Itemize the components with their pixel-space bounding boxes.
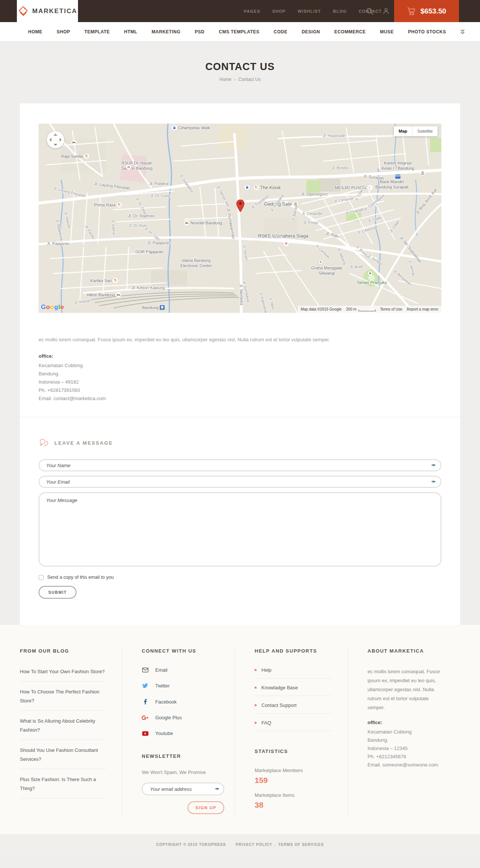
header-nav-pages[interactable]: PAGES	[244, 9, 260, 13]
nav-item-marketing[interactable]: MARKETING	[152, 29, 180, 34]
newsletter-email-input[interactable]	[142, 783, 224, 795]
bullet-icon	[255, 704, 256, 706]
map-view-button[interactable]: Map	[394, 126, 412, 136]
terms-of-services-link[interactable]: TERMS OF SERVICES	[278, 843, 324, 847]
social-label: Facebook	[155, 699, 177, 705]
social-link-gplus[interactable]: Google Plus	[142, 715, 219, 720]
footer-blog-link[interactable]: Should You Use Fashion Consultant Servic…	[20, 746, 106, 769]
nav-item-design[interactable]: DESIGN	[302, 29, 320, 34]
message-textarea[interactable]	[39, 492, 441, 566]
help-link-contact-support[interactable]: Contact Support	[255, 702, 332, 714]
bed-map-icon	[116, 292, 121, 298]
mosque-map-icon: ☾	[368, 185, 373, 191]
footer-blog-link[interactable]: Plus Size Fashion: Is There Such a Thing…	[20, 775, 106, 798]
map-label-taman-pramuka: Taman Pramuka	[357, 280, 387, 285]
social-label: Twitter	[155, 683, 170, 689]
page-title: CONTACT US	[0, 61, 480, 73]
social-link-youtube[interactable]: Youtube	[142, 731, 219, 736]
bullet-icon	[255, 669, 256, 671]
footer-blog-link[interactable]: What is So Alluring About Celebrity Fash…	[20, 717, 106, 740]
nav-item-home[interactable]: HOME	[28, 29, 42, 34]
social-link-email[interactable]: Email	[142, 667, 219, 673]
map-pan-control[interactable]	[47, 131, 64, 148]
office-line: Indonesia – 12345	[368, 744, 444, 753]
pan-down-icon[interactable]	[54, 144, 57, 146]
map-label-bank-mandiri-bandung-surapati: Bank MandiriBandung Surapati	[375, 179, 408, 190]
logo[interactable]: MARKETICA	[17, 0, 78, 22]
pen-icon: ✒	[431, 478, 436, 485]
social-link-twitter[interactable]: Twitter	[142, 683, 219, 689]
google-map[interactable]: Raja SundaJl. Layang PasupatiRSUP Dr. Ha…	[39, 124, 441, 313]
sq-map-icon	[319, 259, 323, 266]
map-label-jl-diponegoro: Jl. Diponegoro	[301, 192, 328, 196]
help-link-faq[interactable]: FAQ	[255, 720, 332, 731]
submit-button[interactable]: SUBMIT	[39, 586, 76, 599]
google-logo[interactable]: Google	[41, 303, 64, 311]
office-line: Ph. +62817391083	[39, 386, 441, 394]
breadcrumb-home[interactable]: Home	[219, 77, 231, 82]
facebook-icon	[142, 699, 148, 705]
items-label: Marketplace Items	[255, 792, 332, 798]
nav-item-photo-stocks[interactable]: PHOTO STOCKS	[408, 29, 446, 34]
statistics-heading: STATISTICS	[255, 748, 332, 754]
newsletter-tagline: We Won't Spam, We Promise	[142, 769, 219, 775]
nav-item-html[interactable]: HTML	[124, 29, 137, 34]
about-paragraph: ec mollis lorem consequat. Fusce ipsum e…	[368, 667, 444, 712]
map-label-jl-bondol: Jl. Bondol	[332, 166, 348, 170]
pan-up-icon[interactable]	[54, 134, 57, 136]
nav-item-muse[interactable]: MUSE	[380, 29, 394, 34]
search-icon[interactable]	[366, 7, 374, 15]
user-account-icon[interactable]	[382, 7, 390, 15]
brand-name: MARKETICA	[32, 7, 77, 15]
name-input[interactable]	[39, 459, 441, 471]
bed-map-icon	[71, 140, 76, 146]
privacy-policy-link[interactable]: PRIVACY POLICY	[236, 843, 272, 847]
header-nav-blog[interactable]: BLOG	[333, 9, 347, 13]
items-count: 38	[255, 801, 332, 810]
terms-of-use-link[interactable]: Terms of Use	[380, 307, 402, 311]
nav-item-code[interactable]: CODE	[274, 29, 288, 34]
social-link-facebook[interactable]: Facebook	[142, 699, 219, 705]
footer-blog-link[interactable]: How To Start Your Own Fashion Store?	[20, 667, 106, 681]
map-label-graha-manggala-siliwangi: Graha ManggalaSiliwangi	[311, 265, 342, 276]
nav-item-cms-templates[interactable]: CMS TEMPLATES	[219, 29, 259, 34]
map-marker-pin[interactable]	[236, 200, 244, 214]
send-copy-checkbox[interactable]	[39, 575, 44, 580]
nav-item-template[interactable]: TEMPLATE	[84, 29, 110, 34]
header-nav-shop[interactable]: SHOP	[272, 9, 286, 13]
pen-icon: ✒	[431, 462, 436, 469]
nav-item-ecommerce[interactable]: ECOMMERCE	[334, 29, 366, 34]
pan-right-icon[interactable]	[60, 138, 62, 142]
help-label: Knowladge Base	[261, 685, 298, 690]
cart-button[interactable]: $653.50	[394, 0, 459, 22]
map-label-cihampelas-walk: Cihampelas Walk	[171, 125, 210, 131]
chevron-down-icon[interactable]	[460, 29, 465, 34]
breadcrumb-separator: ›	[234, 77, 236, 82]
map-label-bandung: Bandung	[142, 305, 166, 311]
satellite-view-button[interactable]: Satellite	[412, 126, 438, 136]
email-input[interactable]	[39, 476, 441, 488]
fork-map-icon	[254, 185, 259, 191]
map-label-jl-pajajaran: Jl. Pajajaran	[147, 241, 170, 245]
footer-connect-column: CONNECT WITH US EmailTwitterFacebookGoog…	[122, 648, 235, 817]
nav-item-shop[interactable]: SHOP	[57, 29, 70, 34]
map-label-istana-bandung-electronic-center: Istana BandungElectronic Center	[180, 258, 212, 268]
help-link-knowladge-base[interactable]: Knowladge Base	[255, 685, 332, 696]
signup-button[interactable]: SIGN UP	[188, 801, 224, 814]
report-map-error-link[interactable]: Report a map error	[407, 307, 438, 311]
svg-text:H: H	[128, 165, 130, 169]
map-label-jl-pasteur: Jl. Pasteur	[149, 181, 169, 186]
office-line: Kecamatan Coblong	[39, 362, 441, 370]
train-map-icon	[160, 305, 165, 311]
map-label-jl-pajajaran: Jl. Pajajaran	[47, 241, 70, 246]
map-label-jl-aceh: Jl. Aceh	[268, 235, 281, 239]
help-link-help[interactable]: Help	[255, 667, 332, 678]
header-nav-wishlist[interactable]: WISHLIST	[298, 9, 321, 13]
footer-blog-link[interactable]: How To Choose The Perfect Fashion Store?	[20, 687, 106, 711]
bank-map-icon	[420, 170, 425, 177]
nav-item-psd[interactable]: PSD	[195, 29, 204, 34]
office-line: Email. contact@marketica.com	[39, 394, 441, 403]
leave-message-heading: LEAVE A MESSAGE	[39, 438, 441, 447]
pan-left-icon[interactable]	[50, 138, 51, 142]
fork-map-icon	[84, 154, 89, 160]
